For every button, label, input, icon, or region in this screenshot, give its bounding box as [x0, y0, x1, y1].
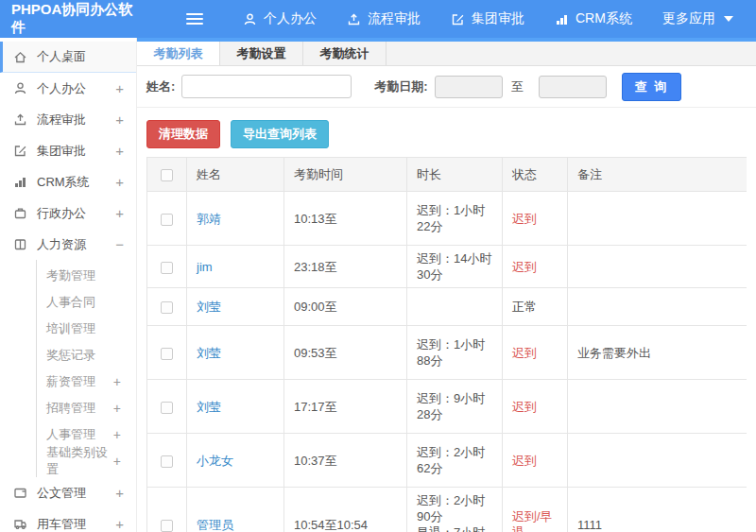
- table-row: 小龙女 10:37至 迟到：2小时62分 迟到: [147, 434, 747, 488]
- column-header-note: 备注: [568, 158, 747, 192]
- employee-name-link[interactable]: 郭靖: [197, 212, 221, 226]
- main-content: 考勤列表 考勤设置 考勤统计 姓名: 考勤日期: 至 查 询 清理数据 导出查询…: [137, 38, 756, 532]
- expand-icon: +: [115, 80, 124, 96]
- row-checkbox[interactable]: [161, 214, 173, 226]
- submenu-item-label: 基础类别设置: [46, 444, 113, 478]
- expand-icon: +: [115, 485, 124, 501]
- submenu-item-recruiting[interactable]: 招聘管理 +: [37, 395, 136, 421]
- sidebar-item-vehicle-management[interactable]: 用车管理 +: [0, 508, 136, 532]
- attendance-table: 姓名 考勤时间 时长 状态 备注 郭靖 10:13至 迟到：1小时22分 迟到: [146, 157, 747, 532]
- submenu-item-label: 招聘管理: [46, 400, 95, 417]
- sidebar-item-label: 公文管理: [37, 485, 86, 502]
- briefcase-icon: [13, 206, 28, 220]
- sidebar-item-personal-desktop[interactable]: 个人桌面: [0, 42, 136, 73]
- duration-cell: 迟到：1小时88分: [407, 326, 503, 380]
- chart-icon: [555, 12, 569, 26]
- clean-data-button[interactable]: 清理数据: [146, 120, 220, 148]
- sidebar-item-label: 用车管理: [37, 516, 86, 532]
- attendance-time: 10:54至10:54: [284, 488, 407, 532]
- nav-crm-system[interactable]: CRM系统: [555, 10, 632, 27]
- status-text: 迟到: [503, 434, 568, 488]
- expand-icon: +: [113, 374, 121, 389]
- status-text: 迟到: [503, 380, 568, 434]
- sidebar-item-human-resources[interactable]: 人力资源 −: [0, 229, 136, 260]
- sidebar-item-document-management[interactable]: 公文管理 +: [0, 477, 136, 508]
- date-to-input[interactable]: [539, 76, 607, 98]
- status-text: 迟到: [503, 192, 568, 246]
- collapse-icon: −: [115, 236, 124, 252]
- note-cell: [568, 246, 747, 288]
- duration-cell: 迟到：14小时30分: [407, 246, 503, 288]
- sidebar-item-label: CRM系统: [37, 174, 90, 191]
- table-row: 刘莹 17:17至 迟到：9小时28分 迟到: [147, 380, 747, 434]
- sidebar-item-label: 行政办公: [37, 205, 86, 222]
- sidebar-item-group-approval[interactable]: 集团审批 +: [0, 135, 136, 166]
- submenu-item-rewards[interactable]: 奖惩记录: [37, 342, 136, 369]
- sidebar-item-admin-office[interactable]: 行政办公 +: [0, 197, 136, 229]
- status-text: 正常: [503, 288, 568, 326]
- row-checkbox[interactable]: [161, 455, 173, 468]
- expand-icon: +: [113, 427, 121, 442]
- nav-label: CRM系统: [576, 10, 632, 27]
- duration-cell: 迟到：2小时90分早退：7小时10分: [407, 488, 503, 532]
- employee-name-link[interactable]: 刘莹: [197, 300, 221, 314]
- employee-name-link[interactable]: 管理员: [197, 518, 233, 532]
- submenu-item-training[interactable]: 培训管理: [37, 316, 136, 342]
- top-bar: PHPOA协同办公软件 个人办公 流程审批 集团审批 CRM系统 更多应用: [0, 0, 756, 38]
- user-icon: [13, 81, 28, 95]
- submenu-item-base-category[interactable]: 基础类别设置 +: [37, 448, 136, 474]
- submenu-item-label: 培训管理: [46, 320, 95, 337]
- table-toolbar: 清理数据 导出查询列表: [137, 108, 756, 157]
- employee-name-link[interactable]: 刘莹: [197, 346, 221, 360]
- expand-icon: +: [115, 174, 124, 190]
- note-cell: 1111: [568, 488, 747, 532]
- search-button[interactable]: 查 询: [622, 73, 682, 101]
- nav-personal-office[interactable]: 个人办公: [243, 10, 317, 27]
- menu-toggle-icon[interactable]: [186, 10, 203, 27]
- tab-attendance-list[interactable]: 考勤列表: [137, 42, 220, 65]
- nav-group-approval[interactable]: 集团审批: [451, 10, 524, 27]
- duration-cell: 迟到：2小时62分: [407, 434, 503, 488]
- user-icon: [243, 12, 257, 26]
- caret-down-icon: [724, 16, 733, 22]
- nav-label: 流程审批: [368, 10, 421, 27]
- row-checkbox[interactable]: [161, 402, 173, 414]
- sidebar-item-label: 集团审批: [37, 143, 86, 160]
- sidebar-item-crm-system[interactable]: CRM系统 +: [0, 166, 136, 197]
- column-header-status: 状态: [503, 158, 568, 192]
- employee-name-link[interactable]: 小龙女: [197, 454, 233, 468]
- table-header-row: 姓名 考勤时间 时长 状态 备注: [147, 158, 747, 192]
- note-cell: 业务需要外出: [568, 326, 747, 380]
- employee-name-link[interactable]: 刘莹: [197, 400, 221, 414]
- submenu-item-salary[interactable]: 薪资管理 +: [37, 369, 136, 395]
- row-checkbox[interactable]: [161, 301, 173, 314]
- row-checkbox[interactable]: [161, 520, 173, 532]
- submenu-item-attendance[interactable]: 考勤管理: [37, 263, 136, 289]
- export-list-button[interactable]: 导出查询列表: [231, 120, 329, 148]
- sidebar-item-personal-office[interactable]: 个人办公 +: [0, 73, 136, 104]
- submenu-item-label: 人事管理: [46, 426, 95, 443]
- tab-attendance-stats[interactable]: 考勤统计: [303, 42, 387, 65]
- employee-name-link[interactable]: jim: [197, 260, 213, 274]
- date-from-input[interactable]: [435, 76, 503, 98]
- nav-more-apps[interactable]: 更多应用: [662, 10, 733, 27]
- select-all-checkbox[interactable]: [161, 169, 173, 181]
- note-cell: [568, 380, 747, 434]
- table-row: jim 23:18至 迟到：14小时30分 迟到: [147, 246, 747, 288]
- chart-icon: [13, 175, 28, 189]
- nav-label: 集团审批: [472, 10, 524, 27]
- book-icon: [13, 237, 28, 251]
- submenu-item-label: 人事合同: [46, 294, 95, 311]
- sidebar-item-workflow-approval[interactable]: 流程审批 +: [0, 104, 136, 135]
- tab-attendance-settings[interactable]: 考勤设置: [220, 42, 303, 65]
- column-header-name: 姓名: [187, 158, 284, 192]
- submenu-item-hr-contract[interactable]: 人事合同: [37, 289, 136, 316]
- nav-workflow-approval[interactable]: 流程审批: [347, 10, 421, 27]
- nav-label: 个人办公: [264, 10, 317, 27]
- name-filter-input[interactable]: [181, 75, 352, 98]
- sidebar: 个人桌面 个人办公 + 流程审批 + 集团审批 + CRM系统 + 行政办公 +: [0, 38, 137, 532]
- edit-icon: [451, 12, 465, 26]
- status-text: 迟到: [503, 246, 568, 288]
- row-checkbox[interactable]: [161, 348, 173, 360]
- row-checkbox[interactable]: [161, 262, 173, 274]
